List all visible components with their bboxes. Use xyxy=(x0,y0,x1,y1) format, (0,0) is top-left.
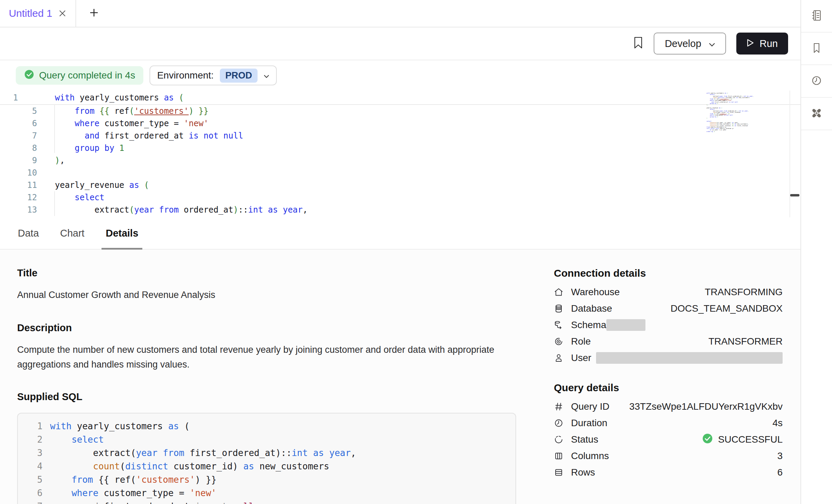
line-number: 5 xyxy=(18,473,43,487)
run-label: Run xyxy=(760,38,778,49)
editor-line[interactable]: 10 xyxy=(0,167,800,179)
notebook-icon xyxy=(810,9,823,23)
detail-value: 33TZseWpe1ALFDUYerxR1gVKxbv xyxy=(629,401,783,412)
clock-icon xyxy=(554,418,564,428)
line-number: 4 xyxy=(18,460,43,473)
detail-row-role: RoleTRANSFORMER xyxy=(554,333,783,350)
columns-icon xyxy=(554,451,564,461)
detail-row-database: DatabaseDOCS_TEAM_SANDBOX xyxy=(554,300,783,317)
editor-minimap[interactable]: with yearly_customers as ( select extrac… xyxy=(706,93,750,132)
line-number: 1 xyxy=(18,420,43,433)
toolbar: Develop Run xyxy=(0,27,800,60)
history-icon xyxy=(810,74,823,88)
redacted-value xyxy=(596,352,783,364)
detail-label: Duration xyxy=(571,418,607,429)
editor-line[interactable]: 5 from {{ ref('customers') }} xyxy=(0,105,800,117)
tab-chart-label: Chart xyxy=(60,228,84,239)
supplied-sql-line: 3 extract(year from first_ordered_at)::i… xyxy=(18,446,515,460)
check-circle-icon xyxy=(702,433,713,447)
database-icon xyxy=(554,303,564,314)
sidebar-button-history[interactable] xyxy=(801,65,832,98)
details-left-column: Title Annual Customer Growth and Revenue… xyxy=(17,267,516,504)
editor-line[interactable]: 9), xyxy=(0,154,800,167)
detail-row-schema: Schema xyxy=(554,317,783,333)
line-number: 7 xyxy=(18,500,43,504)
detail-value: SUCCESSFUL xyxy=(718,434,783,445)
tab-data-label: Data xyxy=(18,228,39,239)
supplied-sql-line: 2 select xyxy=(18,433,515,446)
editor-scrollbar-thumb[interactable] xyxy=(790,194,799,196)
close-icon[interactable] xyxy=(58,9,67,17)
status-bar: Query completed in 4s Environment: PROD xyxy=(0,60,800,91)
description-heading: Description xyxy=(17,322,516,334)
details-right-column: Connection details WarehouseTRANSFORMING… xyxy=(554,267,800,504)
detail-row-query-id: Query ID33TZseWpe1ALFDUYerxR1gVKxbv xyxy=(554,398,783,415)
active-tab-underline xyxy=(102,248,142,250)
editor-line[interactable]: 13 extract(year from ordered_at)::int as… xyxy=(0,204,800,216)
tab-details-label: Details xyxy=(106,228,138,239)
line-number: 9 xyxy=(0,154,37,167)
environment-selector[interactable]: Environment: PROD xyxy=(150,65,277,85)
detail-row-user: User xyxy=(554,350,783,366)
query-status-pill: Query completed in 4s xyxy=(16,66,143,85)
detail-label: Query ID xyxy=(571,401,609,412)
detail-value: DOCS_TEAM_SANDBOX xyxy=(670,303,783,314)
editor-line[interactable]: 7 and first_ordered_at is not null xyxy=(0,130,800,142)
sidebar-button-lineage[interactable] xyxy=(801,98,832,130)
develop-dropdown[interactable]: Develop xyxy=(654,33,726,55)
role-icon xyxy=(554,336,564,347)
line-number: 3 xyxy=(18,446,43,460)
detail-value: TRANSFORMING xyxy=(705,287,783,298)
environment-label: Environment: xyxy=(157,70,214,81)
line-number: 5 xyxy=(0,105,37,117)
sidebar-button-notebook[interactable] xyxy=(801,0,832,33)
connection-details-list: WarehouseTRANSFORMINGDatabaseDOCS_TEAM_S… xyxy=(554,284,783,366)
editor-scrollbar[interactable] xyxy=(789,91,800,217)
tab-untitled-1[interactable]: Untitled 1 xyxy=(0,0,76,27)
sql-editor[interactable]: 1with yearly_customers as (5 from {{ ref… xyxy=(0,91,800,217)
rows-icon xyxy=(554,467,564,478)
line-number: 6 xyxy=(0,117,37,130)
title-heading: Title xyxy=(17,267,516,279)
supplied-sql-block: 1with yearly_customers as (2 select3 ext… xyxy=(17,413,516,504)
app-window: Untitled 1 Develop xyxy=(0,0,832,504)
line-number: 1 xyxy=(0,92,37,104)
spinner-icon xyxy=(554,434,564,445)
new-tab-button[interactable] xyxy=(88,0,99,27)
query-status-text: Query completed in 4s xyxy=(39,70,135,81)
sidebar-button-bookmark[interactable] xyxy=(801,33,832,65)
line-number: 11 xyxy=(0,179,37,191)
supplied-sql-line: 6 where customer_type = 'new' xyxy=(18,487,515,500)
editor-line-sticky[interactable]: 1with yearly_customers as ( xyxy=(0,92,800,105)
editor-line[interactable]: 8 group by 1 xyxy=(0,142,800,154)
tab-data[interactable]: Data xyxy=(14,217,43,249)
run-button[interactable]: Run xyxy=(736,33,788,55)
editor-line[interactable]: 12 select xyxy=(0,191,800,204)
tab-title: Untitled 1 xyxy=(9,8,52,19)
line-number: 12 xyxy=(0,191,37,204)
redacted-value xyxy=(606,319,645,331)
plus-icon xyxy=(88,7,99,20)
line-number: 2 xyxy=(18,433,43,446)
description-value: Compute the number of new customers and … xyxy=(17,343,497,372)
detail-row-rows: Rows6 xyxy=(554,464,783,481)
tab-chart[interactable]: Chart xyxy=(56,217,88,249)
tab-details[interactable]: Details xyxy=(102,217,142,249)
detail-label: Schema xyxy=(571,320,606,331)
query-details-heading: Query details xyxy=(554,382,783,394)
connection-details-heading: Connection details xyxy=(554,267,783,279)
detail-label: Database xyxy=(571,303,612,314)
supplied-sql-line: 1with yearly_customers as ( xyxy=(18,420,515,433)
supplied-sql-line: 4 count(distinct customer_id) as new_cus… xyxy=(18,460,515,473)
main-column: Untitled 1 Develop xyxy=(0,0,800,504)
bookmark-icon xyxy=(810,41,823,56)
editor-line[interactable]: 6 where customer_type = 'new' xyxy=(0,117,800,130)
detail-value: 4s xyxy=(772,418,783,429)
detail-row-columns: Columns3 xyxy=(554,448,783,464)
indent-guide xyxy=(54,105,55,153)
indent-guide xyxy=(54,191,55,216)
line-number: 8 xyxy=(0,142,37,154)
schema-icon xyxy=(554,320,564,330)
editor-line[interactable]: 11yearly_revenue as ( xyxy=(0,179,800,191)
bookmark-button[interactable] xyxy=(633,36,643,51)
